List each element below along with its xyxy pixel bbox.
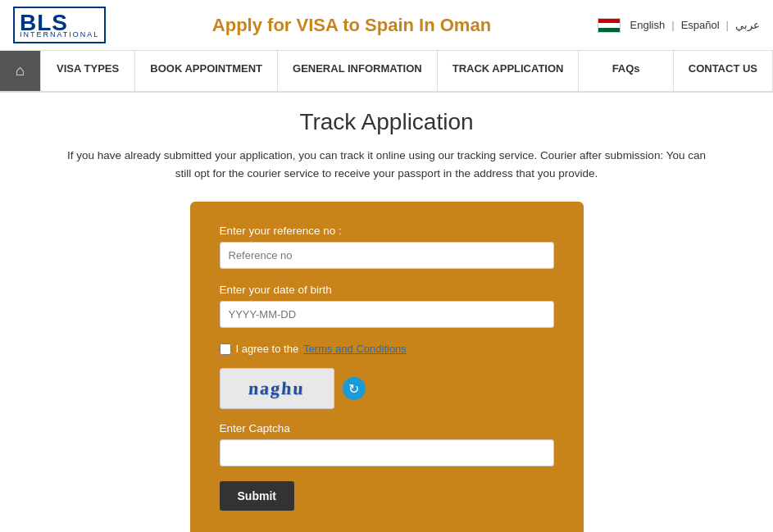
checkbox-text: I agree to the bbox=[236, 343, 299, 355]
reference-group: Enter your reference no : bbox=[220, 225, 554, 269]
nav-visa-types[interactable]: VISA TYPES bbox=[41, 51, 135, 91]
track-form-card: Enter your reference no : Enter your dat… bbox=[190, 202, 584, 532]
captcha-input[interactable] bbox=[220, 439, 554, 466]
page-description: If you have already submitted your appli… bbox=[25, 147, 748, 182]
captcha-refresh-button[interactable]: ↻ bbox=[343, 377, 366, 400]
terms-row: I agree to the Terms and Conditions bbox=[220, 343, 554, 355]
nav-track-application[interactable]: TRACK APPLICATION bbox=[438, 51, 580, 91]
captcha-label: Enter Captcha bbox=[220, 422, 554, 434]
description-line1: If you have already submitted your appli… bbox=[67, 149, 706, 161]
dob-input[interactable] bbox=[220, 301, 554, 328]
reference-label: Enter your reference no : bbox=[220, 225, 554, 237]
site-title: Apply for VISA to Spain In Oman bbox=[106, 15, 597, 36]
nav-general-information[interactable]: GENERAL INFORMATION bbox=[278, 51, 438, 91]
logo: BLS INTERNATIONAL bbox=[13, 7, 106, 43]
captcha-image: naghu bbox=[220, 368, 334, 409]
dob-group: Enter your date of birth bbox=[220, 284, 554, 328]
lang-espanol[interactable]: Español bbox=[681, 19, 729, 31]
flag-icon bbox=[598, 18, 621, 33]
captcha-group: Enter Captcha bbox=[220, 422, 554, 466]
nav-book-appointment[interactable]: BOOK APPOINTMENT bbox=[135, 51, 278, 91]
terms-link[interactable]: Terms and Conditions bbox=[303, 343, 407, 355]
nav-faqs[interactable]: FAQs bbox=[579, 51, 673, 91]
submit-button[interactable]: Submit bbox=[220, 481, 294, 511]
lang-english[interactable]: English bbox=[630, 19, 675, 31]
logo-area: BLS INTERNATIONAL bbox=[13, 7, 106, 43]
header: BLS INTERNATIONAL Apply for VISA to Spai… bbox=[0, 0, 773, 51]
dob-label: Enter your date of birth bbox=[220, 284, 554, 296]
lang-arabic[interactable]: عربي bbox=[735, 19, 760, 31]
header-right: English Español عربي bbox=[598, 18, 760, 33]
main-nav: ⌂ VISA TYPES BOOK APPOINTMENT GENERAL IN… bbox=[0, 51, 773, 93]
logo-subtext: INTERNATIONAL bbox=[20, 31, 99, 39]
description-line2: still opt for the courier service to rec… bbox=[175, 167, 598, 180]
nav-contact-us[interactable]: CONTACT US bbox=[674, 51, 773, 91]
captcha-visual-text: naghu bbox=[248, 378, 306, 399]
nav-home[interactable]: ⌂ bbox=[0, 51, 41, 91]
reference-input[interactable] bbox=[220, 242, 554, 269]
page-title: Track Application bbox=[25, 109, 748, 135]
terms-checkbox[interactable] bbox=[220, 343, 231, 355]
main-content: Track Application If you have already su… bbox=[0, 93, 773, 532]
captcha-area: naghu ↻ bbox=[220, 368, 554, 409]
language-selector[interactable]: English Español عربي bbox=[630, 19, 760, 31]
